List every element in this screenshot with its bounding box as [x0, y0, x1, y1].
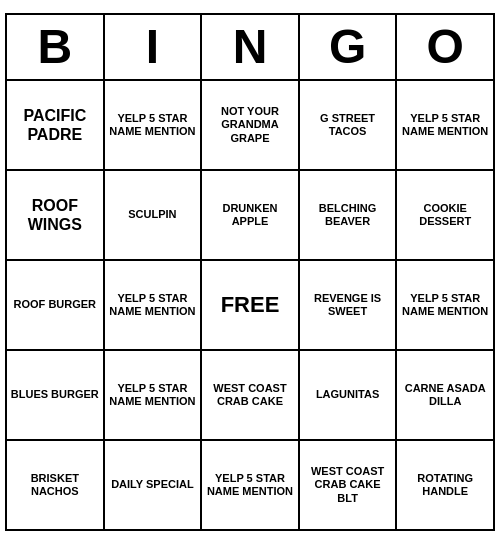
bingo-row-0: PACIFIC PADREYELP 5 STAR NAME MENTIONNOT… [7, 81, 493, 171]
header-letter-b: B [7, 15, 105, 79]
bingo-cell-r3-c1: YELP 5 STAR NAME MENTION [105, 351, 203, 439]
bingo-cell-r4-c1: DAILY SPECIAL [105, 441, 203, 529]
bingo-cell-r1-c3: BELCHING BEAVER [300, 171, 398, 259]
bingo-cell-r2-c4: YELP 5 STAR NAME MENTION [397, 261, 493, 349]
bingo-cell-r0-c2: NOT YOUR GRANDMA GRAPE [202, 81, 300, 169]
bingo-cell-r0-c1: YELP 5 STAR NAME MENTION [105, 81, 203, 169]
bingo-cell-r2-c2: FREE [202, 261, 300, 349]
bingo-row-1: ROOF WINGSSCULPINDRUNKEN APPLEBELCHING B… [7, 171, 493, 261]
bingo-cell-r2-c3: REVENGE IS SWEET [300, 261, 398, 349]
bingo-row-3: BLUES BURGERYELP 5 STAR NAME MENTIONWEST… [7, 351, 493, 441]
bingo-cell-r1-c0: ROOF WINGS [7, 171, 105, 259]
bingo-cell-r0-c4: YELP 5 STAR NAME MENTION [397, 81, 493, 169]
header-letter-i: I [105, 15, 203, 79]
header-letter-o: O [397, 15, 493, 79]
bingo-cell-r3-c2: WEST COAST CRAB CAKE [202, 351, 300, 439]
bingo-cell-r4-c0: BRISKET NACHOS [7, 441, 105, 529]
bingo-cell-r2-c1: YELP 5 STAR NAME MENTION [105, 261, 203, 349]
bingo-row-4: BRISKET NACHOSDAILY SPECIALYELP 5 STAR N… [7, 441, 493, 529]
bingo-cell-r1-c4: COOKIE DESSERT [397, 171, 493, 259]
bingo-card: BINGO PACIFIC PADREYELP 5 STAR NAME MENT… [5, 13, 495, 531]
bingo-cell-r0-c0: PACIFIC PADRE [7, 81, 105, 169]
bingo-cell-r4-c3: WEST COAST CRAB CAKE BLT [300, 441, 398, 529]
bingo-cell-r3-c4: CARNE ASADA DILLA [397, 351, 493, 439]
bingo-cell-r1-c2: DRUNKEN APPLE [202, 171, 300, 259]
bingo-grid: PACIFIC PADREYELP 5 STAR NAME MENTIONNOT… [7, 81, 493, 529]
bingo-cell-r4-c4: ROTATING HANDLE [397, 441, 493, 529]
bingo-header: BINGO [7, 15, 493, 81]
bingo-cell-r4-c2: YELP 5 STAR NAME MENTION [202, 441, 300, 529]
bingo-row-2: ROOF BURGERYELP 5 STAR NAME MENTIONFREER… [7, 261, 493, 351]
header-letter-g: G [300, 15, 398, 79]
bingo-cell-r3-c3: LAGUNITAS [300, 351, 398, 439]
bingo-cell-r3-c0: BLUES BURGER [7, 351, 105, 439]
bingo-cell-r0-c3: G STREET TACOS [300, 81, 398, 169]
header-letter-n: N [202, 15, 300, 79]
bingo-cell-r1-c1: SCULPIN [105, 171, 203, 259]
bingo-cell-r2-c0: ROOF BURGER [7, 261, 105, 349]
